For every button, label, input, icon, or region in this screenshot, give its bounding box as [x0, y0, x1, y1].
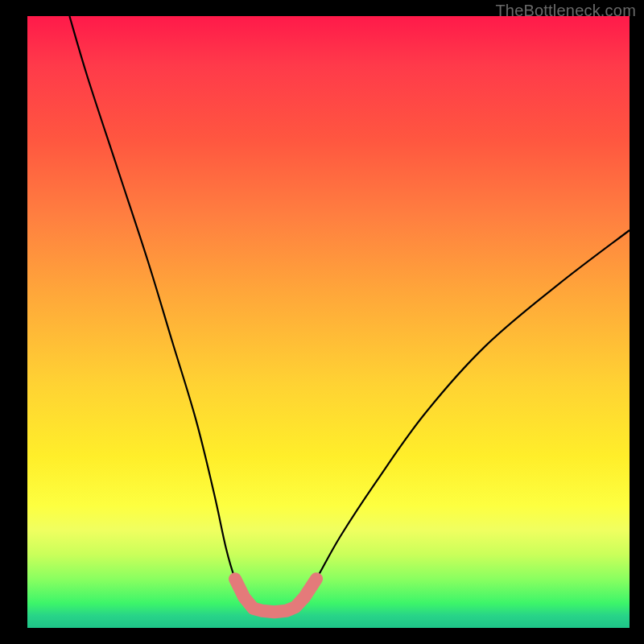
trough-highlight [235, 579, 316, 612]
curve-layer [27, 16, 630, 628]
chart-frame: TheBottleneck.com [0, 0, 644, 644]
plot-area [27, 16, 630, 628]
bottleneck-curve [69, 16, 630, 612]
